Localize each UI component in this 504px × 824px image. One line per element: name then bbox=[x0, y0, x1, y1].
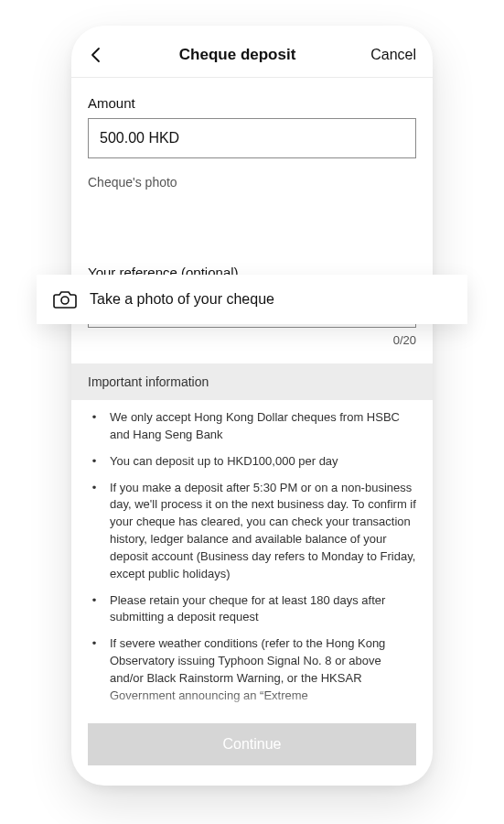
content-area: Amount 500.00 HKD Cheque's photo Your re… bbox=[71, 81, 433, 786]
amount-label: Amount bbox=[88, 95, 416, 111]
bullet-dot-icon: • bbox=[88, 635, 101, 704]
info-bullet: •If you make a deposit after 5:30 PM or … bbox=[88, 480, 416, 583]
info-bullet: •You can deposit up to HKD100,000 per da… bbox=[88, 453, 416, 471]
info-bullet-text: We only accept Hong Kong Dollar cheques … bbox=[110, 409, 416, 444]
take-photo-card[interactable]: Take a photo of your cheque bbox=[37, 275, 467, 324]
take-photo-label: Take a photo of your cheque bbox=[90, 291, 274, 308]
svg-point-0 bbox=[61, 297, 69, 304]
info-bullet: •We only accept Hong Kong Dollar cheques… bbox=[88, 409, 416, 444]
info-bullet-text: You can deposit up to HKD100,000 per day bbox=[110, 453, 338, 471]
amount-input[interactable]: 500.00 HKD bbox=[88, 118, 416, 158]
info-bullet-text: Please retain your cheque for at least 1… bbox=[110, 592, 416, 627]
phone-frame: Cheque deposit Cancel Amount 500.00 HKD … bbox=[71, 26, 433, 786]
continue-button-label: Continue bbox=[222, 736, 281, 753]
bullet-dot-icon: • bbox=[88, 592, 101, 627]
continue-button[interactable]: Continue bbox=[88, 723, 416, 765]
cheque-photo-label: Cheque's photo bbox=[88, 175, 416, 190]
important-info-header: Important information bbox=[71, 363, 433, 400]
page-title: Cheque deposit bbox=[179, 46, 296, 64]
info-bullet-text: If you make a deposit after 5:30 PM or o… bbox=[110, 480, 416, 583]
cancel-button[interactable]: Cancel bbox=[370, 47, 416, 63]
bullet-dot-icon: • bbox=[88, 409, 101, 444]
info-bullet: •Please retain your cheque for at least … bbox=[88, 592, 416, 627]
amount-section: Amount 500.00 HKD Cheque's photo bbox=[71, 81, 433, 190]
chevron-left-icon bbox=[90, 47, 102, 63]
info-bullet-text: If severe weather conditions (refer to t… bbox=[110, 635, 416, 704]
bullet-dot-icon: • bbox=[88, 480, 101, 583]
camera-icon bbox=[53, 289, 77, 309]
reference-char-count: 0/20 bbox=[88, 333, 416, 347]
header-bar: Cheque deposit Cancel bbox=[71, 26, 433, 78]
important-info-section: Important information •We only accept Ho… bbox=[71, 363, 433, 705]
info-bullet: •If severe weather conditions (refer to … bbox=[88, 635, 416, 704]
bullet-dot-icon: • bbox=[88, 453, 101, 471]
important-info-body: •We only accept Hong Kong Dollar cheques… bbox=[71, 400, 433, 705]
back-button[interactable] bbox=[88, 47, 104, 63]
